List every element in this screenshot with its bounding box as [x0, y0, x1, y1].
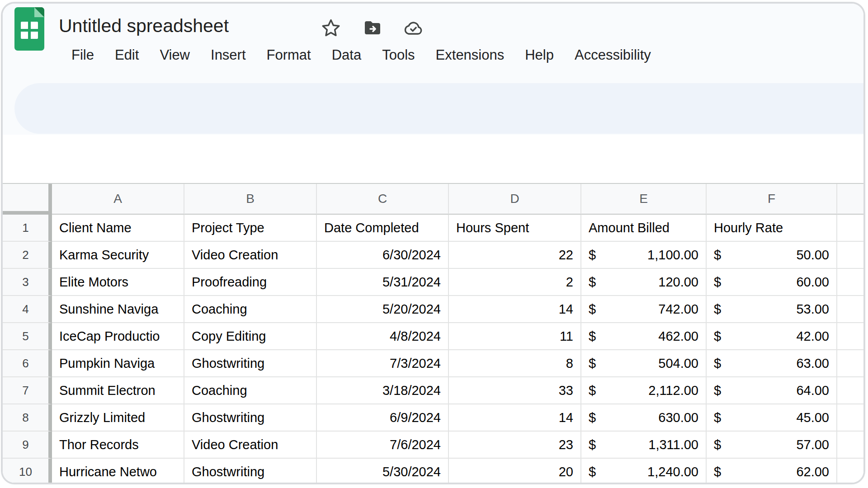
- row-header-5[interactable]: 5: [3, 323, 52, 350]
- cell-A1[interactable]: Client Name: [52, 215, 184, 242]
- cell-D1[interactable]: Hours Spent: [449, 215, 581, 242]
- cell-B8[interactable]: Ghostwriting: [184, 404, 317, 432]
- cell-B3[interactable]: Proofreading: [184, 269, 317, 296]
- cell-D4[interactable]: 14: [449, 296, 581, 323]
- cell-partial[interactable]: [837, 323, 863, 350]
- cell-F2[interactable]: $50.00: [707, 242, 837, 269]
- cell-E5[interactable]: $462.00: [581, 323, 707, 350]
- column-header-partial[interactable]: [837, 184, 863, 215]
- cell-A6[interactable]: Pumpkin Naviga: [52, 350, 184, 377]
- cell-C3[interactable]: 5/31/2024: [317, 269, 449, 296]
- column-header-A[interactable]: A: [52, 184, 184, 215]
- cell-A10[interactable]: Hurricane Netwo: [52, 459, 184, 484]
- cell-C7[interactable]: 3/18/2024: [317, 377, 449, 404]
- cell-partial[interactable]: [837, 269, 863, 296]
- cell-C10[interactable]: 5/30/2024: [317, 459, 449, 484]
- row-header-1[interactable]: 1: [3, 215, 52, 242]
- cell-E8[interactable]: $630.00: [581, 404, 707, 432]
- cloud-check-icon[interactable]: [402, 17, 424, 39]
- cell-F7[interactable]: $64.00: [707, 377, 837, 404]
- cell-A2[interactable]: Karma Security: [52, 242, 184, 269]
- cell-B5[interactable]: Copy Editing: [184, 323, 317, 350]
- cell-E3[interactable]: $120.00: [581, 269, 707, 296]
- cell-B1[interactable]: Project Type: [184, 215, 317, 242]
- cell-E7[interactable]: $2,112.00: [581, 377, 707, 404]
- cell-F9[interactable]: $57.00: [707, 432, 837, 459]
- cell-E4[interactable]: $742.00: [581, 296, 707, 323]
- cell-F1[interactable]: Hourly Rate: [707, 215, 837, 242]
- cell-E9[interactable]: $1,311.00: [581, 432, 707, 459]
- row-header-3[interactable]: 3: [3, 269, 52, 296]
- cell-D6[interactable]: 8: [449, 350, 581, 377]
- cell-partial[interactable]: [837, 404, 863, 432]
- cell-partial[interactable]: [837, 377, 863, 404]
- row-header-2[interactable]: 2: [3, 242, 52, 269]
- cell-C4[interactable]: 5/20/2024: [317, 296, 449, 323]
- cell-C6[interactable]: 7/3/2024: [317, 350, 449, 377]
- cell-A5[interactable]: IceCap Productio: [52, 323, 184, 350]
- cell-A7[interactable]: Summit Electron: [52, 377, 184, 404]
- cell-B7[interactable]: Coaching: [184, 377, 317, 404]
- row-header-7[interactable]: 7: [3, 377, 52, 404]
- cell-E10[interactable]: $1,240.00: [581, 459, 707, 484]
- cell-A8[interactable]: Grizzly Limited: [52, 404, 184, 432]
- column-header-B[interactable]: B: [184, 184, 317, 215]
- cell-A3[interactable]: Elite Motors: [52, 269, 184, 296]
- cell-D9[interactable]: 23: [449, 432, 581, 459]
- sheets-logo-icon[interactable]: [14, 7, 44, 51]
- cell-B2[interactable]: Video Creation: [184, 242, 317, 269]
- column-header-D[interactable]: D: [449, 184, 581, 215]
- row-header-10[interactable]: 10: [3, 459, 52, 484]
- cell-C1[interactable]: Date Completed: [317, 215, 449, 242]
- cell-F4[interactable]: $53.00: [707, 296, 837, 323]
- cell-partial[interactable]: [837, 432, 863, 459]
- move-folder-icon[interactable]: [362, 17, 383, 39]
- row-header-6[interactable]: 6: [3, 350, 52, 377]
- menu-item-help[interactable]: Help: [525, 47, 554, 63]
- cell-D7[interactable]: 33: [449, 377, 581, 404]
- column-header-E[interactable]: E: [581, 184, 707, 215]
- cell-partial[interactable]: [837, 242, 863, 269]
- cell-partial[interactable]: [837, 350, 863, 377]
- row-header-8[interactable]: 8: [3, 404, 52, 432]
- menu-item-file[interactable]: File: [71, 47, 94, 63]
- menu-item-accessibility[interactable]: Accessibility: [575, 47, 651, 63]
- cell-D2[interactable]: 22: [449, 242, 581, 269]
- cell-E6[interactable]: $504.00: [581, 350, 707, 377]
- cell-B4[interactable]: Coaching: [184, 296, 317, 323]
- cell-A4[interactable]: Sunshine Naviga: [52, 296, 184, 323]
- cell-D3[interactable]: 2: [449, 269, 581, 296]
- cell-partial[interactable]: [837, 296, 863, 323]
- column-header-C[interactable]: C: [317, 184, 449, 215]
- cell-C9[interactable]: 7/6/2024: [317, 432, 449, 459]
- spreadsheet-title[interactable]: Untitled spreadsheet: [59, 15, 229, 37]
- cell-E1[interactable]: Amount Billed: [581, 215, 707, 242]
- cell-F6[interactable]: $63.00: [707, 350, 837, 377]
- star-icon[interactable]: [320, 17, 342, 39]
- column-header-F[interactable]: F: [707, 184, 837, 215]
- menu-item-edit[interactable]: Edit: [115, 47, 139, 63]
- cell-E2[interactable]: $1,100.00: [581, 242, 707, 269]
- row-header-9[interactable]: 9: [3, 432, 52, 459]
- cell-F3[interactable]: $60.00: [707, 269, 837, 296]
- cell-partial[interactable]: [837, 459, 863, 484]
- cell-C8[interactable]: 6/9/2024: [317, 404, 449, 432]
- cell-F10[interactable]: $62.00: [707, 459, 837, 484]
- cell-B10[interactable]: Ghostwriting: [184, 459, 317, 484]
- menu-item-format[interactable]: Format: [267, 47, 311, 63]
- menu-item-data[interactable]: Data: [332, 47, 361, 63]
- cell-B9[interactable]: Video Creation: [184, 432, 317, 459]
- cell-D5[interactable]: 11: [449, 323, 581, 350]
- row-header-4[interactable]: 4: [3, 296, 52, 323]
- cell-partial[interactable]: [837, 215, 863, 242]
- cell-F8[interactable]: $45.00: [707, 404, 837, 432]
- menu-item-extensions[interactable]: Extensions: [436, 47, 505, 63]
- menu-item-insert[interactable]: Insert: [211, 47, 246, 63]
- cell-A9[interactable]: Thor Records: [52, 432, 184, 459]
- cell-D10[interactable]: 20: [449, 459, 581, 484]
- menu-item-tools[interactable]: Tools: [382, 47, 415, 63]
- select-all-corner[interactable]: [3, 184, 52, 215]
- cell-B6[interactable]: Ghostwriting: [184, 350, 317, 377]
- menu-item-view[interactable]: View: [160, 47, 190, 63]
- cell-D8[interactable]: 14: [449, 404, 581, 432]
